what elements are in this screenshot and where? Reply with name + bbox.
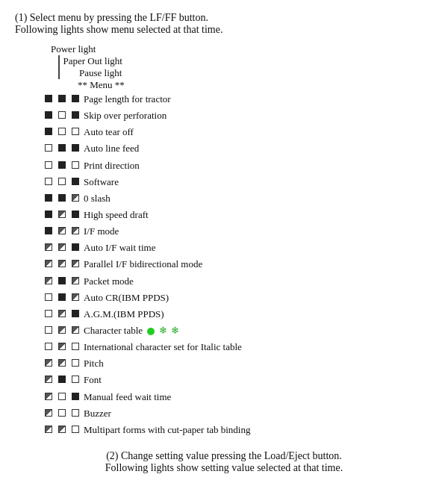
header-labels: Power light Paper Out light Pause light … [51,43,433,91]
table-row: Skip over perforation [42,108,433,124]
table-row: Print direction [42,158,433,174]
row-label: Auto CR(IBM PPDS) [82,290,433,306]
power-light-label: Power light [51,43,96,55]
row-label: Software [82,174,433,190]
table-row: Character table ❄ ❄ [42,323,433,339]
row-label: Skip over perforation [82,108,433,124]
intro-line2: Following lights show menu selected at t… [15,24,433,36]
table-row: Pitch [42,355,433,372]
snowflake-icon-1: ❄ [156,325,167,336]
row-label: A.G.M.(IBM PPDS) [82,306,433,323]
table-row: Manual feed wait time [42,389,433,405]
row-label: Parallel I/F bidirectional mode [82,256,433,272]
row-label: Character table ❄ ❄ [82,323,433,339]
row-label: Page length for tractor [82,91,433,108]
footer-section: (2) Change setting value pressing the Lo… [15,450,433,474]
paper-out-light-label: Paper Out light [63,55,122,67]
menu-label: ** Menu ** [78,79,125,90]
row-label: High speed draft [82,207,433,223]
row-label: Packet mode [82,273,433,290]
table-row: International character set for Italic t… [42,339,433,355]
row-label: Print direction [82,158,433,174]
table-row: High speed draft [42,207,433,223]
row-label: 0 slash [82,190,433,207]
table-row: Buzzer [42,405,433,422]
row-label: Auto tear off [82,124,433,140]
row-label: Font [82,372,433,388]
snowflake-icon-2: ❄ [169,325,179,336]
pause-light-label: Pause light [79,67,122,79]
table-row: 0 slash [42,190,433,207]
table-row: Auto I/F wait time [42,240,433,256]
row-label: Auto I/F wait time [82,240,433,256]
row-label: I/F mode [82,223,433,240]
row-label: Auto line feed [82,140,433,157]
table-row: Font [42,372,433,388]
row-label: Multipart forms with cut-paper tab bindi… [82,422,433,438]
row-label: Manual feed wait time [82,389,433,405]
table-row: Page length for tractor [42,91,433,108]
table-row: Packet mode [42,273,433,290]
table-row: A.G.M.(IBM PPDS) [42,306,433,323]
intro-line1: (1) Select menu by pressing the LF/FF bu… [15,12,433,24]
footer-line1: (2) Change setting value pressing the Lo… [15,450,433,462]
table-row: Auto tear off [42,124,433,140]
row-label: International character set for Italic t… [82,339,433,355]
table-row: Parallel I/F bidirectional mode [42,256,433,272]
row-label: Pitch [82,355,433,372]
table-row: Auto line feed [42,140,433,157]
table-row: I/F mode [42,223,433,240]
table-row: Multipart forms with cut-paper tab bindi… [42,422,433,438]
table-row: Auto CR(IBM PPDS) [42,290,433,306]
footer-line2: Following lights show setting value sele… [15,462,433,474]
green-dot-icon [147,328,155,335]
menu-table: Page length for tractorSkip over perfora… [42,91,433,438]
row-label: Buzzer [82,405,433,422]
table-row: Software [42,174,433,190]
intro-section: (1) Select menu by pressing the LF/FF bu… [15,12,433,36]
